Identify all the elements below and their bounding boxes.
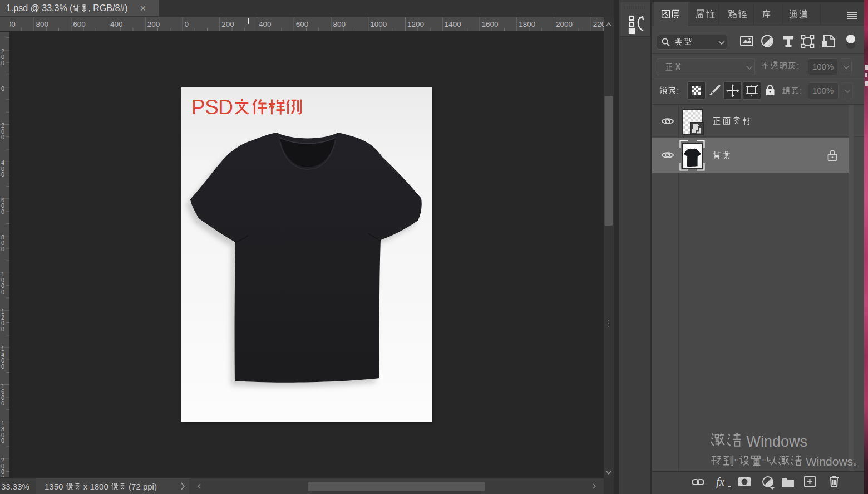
svg-text:0: 0 (1, 208, 4, 215)
svg-text:600: 600 (296, 20, 309, 28)
svg-text:0: 0 (1, 437, 4, 444)
svg-text:800: 800 (333, 20, 346, 28)
svg-text:800: 800 (36, 20, 49, 28)
svg-text:0: 0 (1, 60, 4, 66)
svg-text:0: 0 (1, 171, 4, 178)
svg-text:400: 400 (259, 20, 272, 28)
svg-text:0: 0 (1, 134, 4, 140)
svg-text:0: 0 (1, 246, 4, 252)
svg-text:0: 0 (1, 363, 4, 370)
svg-text:fx: fx (716, 475, 725, 488)
svg-text:2200: 2200 (593, 20, 604, 28)
svg-text:0: 0 (1, 85, 4, 92)
svg-text:1000: 1000 (370, 20, 387, 28)
svg-text:0: 0 (1, 400, 4, 407)
svg-text:1600: 1600 (482, 20, 499, 28)
svg-text:600: 600 (73, 20, 86, 28)
svg-text:0: 0 (1, 288, 4, 295)
svg-text:400: 400 (110, 20, 123, 28)
svg-text:1200: 1200 (407, 20, 424, 28)
svg-text:0: 0 (185, 20, 189, 28)
svg-text:200: 200 (147, 20, 160, 28)
svg-text:2000: 2000 (556, 20, 573, 28)
svg-text:1400: 1400 (445, 20, 461, 28)
svg-text:1000: 1000 (10, 20, 16, 28)
svg-text:0: 0 (1, 326, 4, 332)
svg-text:1800: 1800 (519, 20, 535, 28)
svg-text:200: 200 (221, 20, 234, 28)
